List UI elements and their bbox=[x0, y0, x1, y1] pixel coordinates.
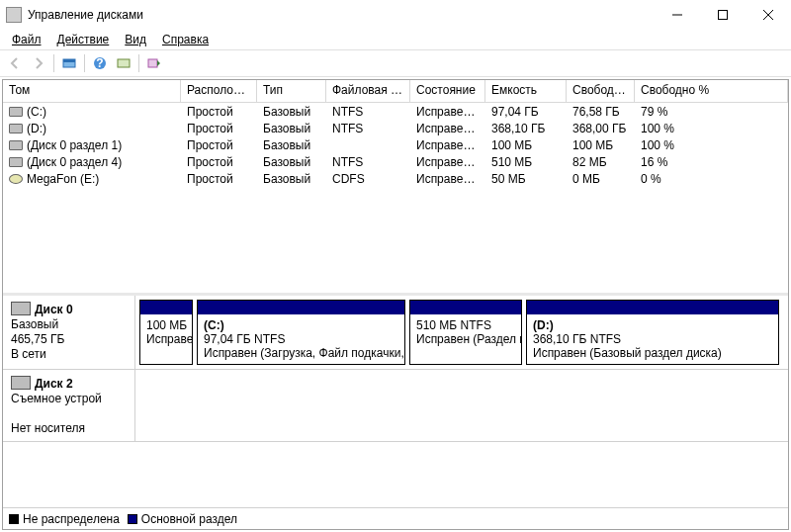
drive-icon bbox=[9, 124, 23, 133]
volume-header: Том Располож… Тип Файловая с… Состояние … bbox=[3, 80, 788, 103]
main-frame: Том Располож… Тип Файловая с… Состояние … bbox=[2, 79, 789, 530]
toolbar-separator bbox=[53, 54, 54, 72]
menu-file[interactable]: Файл bbox=[4, 31, 49, 48]
legend-primary: Основной раздел bbox=[128, 512, 237, 526]
menu-action[interactable]: Действие bbox=[49, 31, 118, 48]
col-filesystem[interactable]: Файловая с… bbox=[326, 80, 410, 102]
menubar: Файл Действие Вид Справка bbox=[0, 30, 791, 49]
volume-list: Том Располож… Тип Файловая с… Состояние … bbox=[3, 80, 788, 296]
action-button[interactable] bbox=[143, 52, 165, 74]
volume-row[interactable]: MegaFon (E:)ПростойБазовыйCDFSИсправен…5… bbox=[3, 170, 788, 187]
toolbar-separator bbox=[138, 54, 139, 72]
partition-bar bbox=[410, 301, 521, 314]
menu-help[interactable]: Справка bbox=[154, 31, 217, 48]
volume-row[interactable]: (D:)ПростойБазовыйNTFSИсправен…368,10 ГБ… bbox=[3, 120, 788, 136]
legend-unallocated: Не распределена bbox=[9, 512, 120, 526]
svg-rect-5 bbox=[63, 59, 75, 62]
partition[interactable]: (D:) 368,10 ГБ NTFS Исправен (Базовый ра… bbox=[526, 300, 779, 365]
partition[interactable]: 100 МБ Исправен (Ш bbox=[139, 300, 193, 365]
col-capacity[interactable]: Емкость bbox=[485, 80, 567, 102]
app-icon bbox=[6, 7, 22, 23]
minimize-button[interactable] bbox=[655, 0, 700, 30]
back-button[interactable] bbox=[4, 52, 26, 74]
svg-rect-9 bbox=[148, 59, 157, 67]
col-freepct[interactable]: Свободно % bbox=[635, 80, 788, 102]
close-button[interactable] bbox=[746, 0, 791, 30]
disk-row: Диск 2 Съемное устрой Нет носителя bbox=[3, 370, 788, 442]
partition-bar bbox=[140, 301, 192, 314]
drive-icon bbox=[9, 140, 23, 150]
graphical-view: Диск 0 Базовый465,75 ГБВ сети 100 МБ Исп… bbox=[3, 296, 788, 507]
disk-icon bbox=[11, 302, 31, 315]
col-type[interactable]: Тип bbox=[257, 80, 326, 102]
partition[interactable]: (C:) 97,04 ГБ NTFS Исправен (Загрузка, Ф… bbox=[197, 300, 405, 365]
maximize-button[interactable] bbox=[700, 0, 746, 30]
disk-header[interactable]: Диск 2 Съемное устрой Нет носителя bbox=[3, 370, 135, 441]
forward-button[interactable] bbox=[28, 52, 49, 74]
drive-icon bbox=[9, 107, 23, 117]
partition[interactable]: 510 МБ NTFS Исправен (Раздел в bbox=[409, 300, 522, 365]
refresh-button[interactable] bbox=[58, 52, 80, 74]
partition-bar bbox=[527, 301, 778, 314]
disk-icon bbox=[11, 376, 31, 390]
disk-header[interactable]: Диск 0 Базовый465,75 ГБВ сети bbox=[3, 296, 135, 369]
drive-icon bbox=[9, 157, 23, 167]
col-free[interactable]: Свобод… bbox=[567, 80, 635, 102]
toolbar: ? bbox=[0, 49, 791, 77]
legend: Не распределена Основной раздел bbox=[3, 507, 788, 529]
settings-button[interactable] bbox=[113, 52, 134, 74]
partition-bar bbox=[198, 301, 404, 314]
window-title: Управление дисками bbox=[28, 8, 655, 22]
drive-icon bbox=[9, 174, 23, 184]
volume-row[interactable]: (C:)ПростойБазовыйNTFSИсправен…97,04 ГБ7… bbox=[3, 103, 788, 120]
col-volume[interactable]: Том bbox=[3, 80, 181, 102]
menu-view[interactable]: Вид bbox=[117, 31, 154, 48]
unallocated-swatch-icon bbox=[9, 514, 19, 524]
col-layout[interactable]: Располож… bbox=[181, 80, 257, 102]
volume-row[interactable]: (Диск 0 раздел 1)ПростойБазовыйИсправен…… bbox=[3, 136, 788, 153]
primary-swatch-icon bbox=[128, 514, 137, 524]
svg-text:?: ? bbox=[96, 56, 103, 70]
svg-rect-8 bbox=[118, 59, 130, 67]
titlebar: Управление дисками bbox=[0, 0, 791, 30]
col-status[interactable]: Состояние bbox=[410, 80, 485, 102]
disk-row: Диск 0 Базовый465,75 ГБВ сети 100 МБ Исп… bbox=[3, 296, 788, 370]
toolbar-separator bbox=[84, 54, 85, 72]
help-button[interactable]: ? bbox=[89, 52, 111, 74]
svg-rect-1 bbox=[719, 11, 728, 20]
volume-row[interactable]: (Диск 0 раздел 4)ПростойБазовыйNTFSИспра… bbox=[3, 153, 788, 170]
